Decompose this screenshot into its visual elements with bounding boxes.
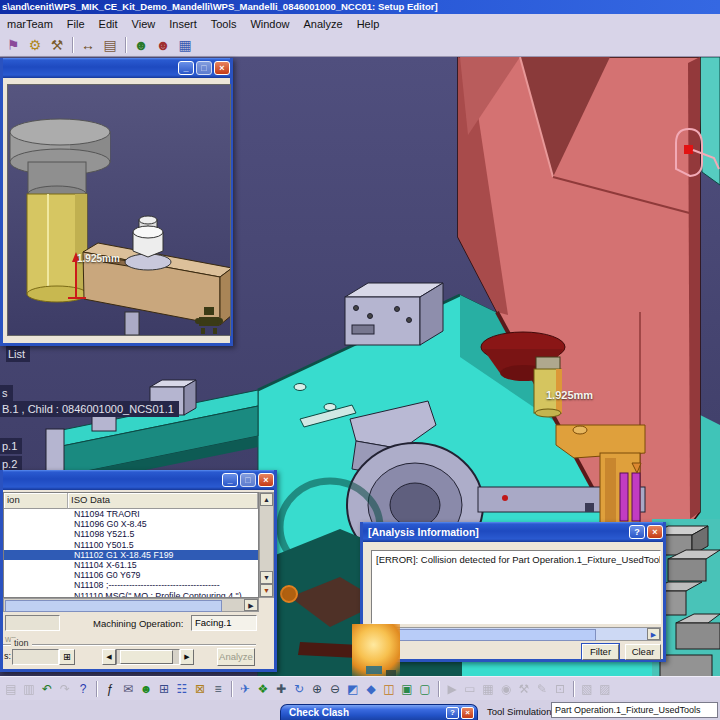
help-pointer-icon[interactable]: ?	[75, 680, 91, 698]
analysis-dialog-title-bar[interactable]: [Analysis Information] ? ×	[363, 522, 663, 542]
board-icon[interactable]: ▦	[175, 35, 195, 55]
scroll-down-icon[interactable]: ▼	[260, 571, 273, 584]
sim-screen-icon[interactable]: ▭	[462, 680, 478, 698]
sim-play-icon[interactable]: ▶	[444, 680, 460, 698]
redo-icon[interactable]: ↷	[57, 680, 73, 698]
sim-tools-icon[interactable]: ⚒	[516, 680, 532, 698]
iso-data-row[interactable]: N11104 X-61.15	[4, 560, 258, 570]
menu-tools[interactable]: Tools	[204, 15, 244, 33]
column-iso-data[interactable]: ISO Data	[68, 493, 258, 509]
iso-data-row[interactable]: N11110 MSG(" MO : Profile Contouring.4 "…	[4, 591, 258, 599]
sim-film-icon[interactable]: ▦	[480, 680, 496, 698]
pin-icon[interactable]: ⚑	[3, 35, 23, 55]
user-export-icon[interactable]: ☻	[131, 35, 151, 55]
filter-button[interactable]: Filter	[582, 644, 619, 660]
check-clash-dialog-title-bar[interactable]: Check Clash ? ×	[280, 704, 478, 720]
list-icon[interactable]: ≡	[210, 680, 226, 698]
copy-icon[interactable]: ▤	[3, 680, 19, 698]
title-bar[interactable]: s\and\cenit\WPS_MIK_CE_Kit_Demo_Mandelli…	[0, 0, 720, 14]
iso-dialog-title-bar[interactable]: _ □ ×	[3, 470, 274, 490]
close-icon[interactable]: ×	[214, 61, 230, 75]
scroll-left-icon[interactable]: ◀	[372, 628, 385, 640]
iso-data-row[interactable]: N11098 Y521.5	[4, 529, 258, 539]
preview-window-title-bar[interactable]: _ □ ×	[3, 58, 230, 78]
chat-icon[interactable]: ✉	[120, 680, 136, 698]
field-button[interactable]: ⊞	[59, 649, 75, 665]
machining-operation-value[interactable]: Facing.1	[191, 615, 257, 631]
zoom-in-icon[interactable]: ⊕	[309, 680, 325, 698]
scroll-up-icon[interactable]: ▲	[260, 493, 273, 506]
undo-icon[interactable]: ↶	[39, 680, 55, 698]
preview-3d-scene[interactable]	[8, 85, 230, 335]
maximize-button[interactable]: □	[196, 61, 212, 75]
gear-star-icon[interactable]: ⚙	[25, 35, 45, 55]
shading-icon[interactable]: ▣	[399, 680, 415, 698]
tree-item-child[interactable]: B.1 , Child : 0846001000_NCS01.1	[0, 401, 179, 417]
minimize-button[interactable]: _	[222, 473, 238, 487]
iso-data-row-selected[interactable]: N11102 G1 X-18.45 F199	[4, 550, 258, 560]
sim-record-icon[interactable]: ◉	[498, 680, 514, 698]
scrollbar-thumb[interactable]	[386, 629, 596, 641]
message-horizontal-scrollbar[interactable]: ◀ ▶	[371, 627, 661, 641]
function-icon[interactable]: ƒ	[102, 680, 118, 698]
scrollbar-thumb[interactable]	[5, 600, 222, 612]
iso-view-icon[interactable]: ◆	[363, 680, 379, 698]
menu-analyze[interactable]: Analyze	[297, 15, 350, 33]
horizontal-scrollbar[interactable]: ▶	[3, 598, 259, 612]
help-icon[interactable]: ?	[629, 525, 645, 539]
fly-icon[interactable]: ✈	[237, 680, 253, 698]
hierarchy-icon[interactable]: ☷	[174, 680, 190, 698]
vertical-scrollbar[interactable]: ▲ ▼ ▼	[259, 492, 274, 598]
value-field[interactable]	[12, 649, 59, 665]
iso-data-list[interactable]: ion ISO Data N11094 TRAORI N11096 G0 X-8…	[3, 492, 259, 598]
zoom-out-icon[interactable]: ⊖	[327, 680, 343, 698]
help-icon[interactable]: ?	[446, 707, 459, 719]
maximize-button[interactable]: □	[240, 473, 256, 487]
paste-icon[interactable]: ▥	[21, 680, 37, 698]
extra-icon-1[interactable]: ▧	[579, 680, 595, 698]
menu-insert[interactable]: Insert	[162, 15, 204, 33]
user-import-icon[interactable]: ☻	[153, 35, 173, 55]
close-icon[interactable]: ×	[461, 707, 474, 719]
menu-file[interactable]: File	[60, 15, 92, 33]
sim-grid-icon[interactable]: ⊡	[552, 680, 568, 698]
tool-simulation-field[interactable]: Part Operation.1_Fixture_UsedTools	[551, 702, 718, 718]
fit-all-icon[interactable]: ❖	[255, 680, 271, 698]
tree-item-s[interactable]: s	[0, 385, 13, 401]
menu-window[interactable]: Window	[243, 15, 296, 33]
sim-note-icon[interactable]: ✎	[534, 680, 550, 698]
scroll-down2-icon[interactable]: ▼	[260, 584, 273, 597]
menu-smarteam[interactable]: marTeam	[0, 15, 60, 33]
user-icon[interactable]: ☻	[138, 680, 154, 698]
rotate-icon[interactable]: ↻	[291, 680, 307, 698]
wireframe-icon[interactable]: ▢	[417, 680, 433, 698]
table-icon[interactable]: ⊞	[156, 680, 172, 698]
minimize-button[interactable]: _	[178, 61, 194, 75]
close-icon[interactable]: ×	[647, 525, 663, 539]
measure-icon[interactable]: ↔	[78, 35, 98, 55]
iso-data-row[interactable]: N11096 G0 X-8.45	[4, 519, 258, 529]
iso-data-row[interactable]: N11108 ;--------------------------------…	[4, 580, 258, 590]
tree-item-list[interactable]: List	[6, 346, 30, 362]
normal-view-icon[interactable]: ◩	[345, 680, 361, 698]
error-message-area[interactable]: [ERROR]: Collision detected for Part Ope…	[371, 550, 661, 624]
menu-view[interactable]: View	[125, 15, 163, 33]
tool-user-icon[interactable]: ⚒	[47, 35, 67, 55]
clear-button[interactable]: Clear	[625, 644, 661, 660]
close-icon[interactable]: ×	[258, 473, 274, 487]
tree-item-p1[interactable]: p.1	[0, 438, 22, 454]
menu-edit[interactable]: Edit	[92, 15, 125, 33]
scroll-right-icon[interactable]: ▶	[244, 599, 258, 611]
lock-icon[interactable]: ⊠	[192, 680, 208, 698]
slider-start-button[interactable]: ◀	[102, 649, 116, 665]
pan-icon[interactable]: ✚	[273, 680, 289, 698]
operation-field[interactable]	[5, 615, 60, 631]
render-style-icon[interactable]: ◫	[381, 680, 397, 698]
machine-icon[interactable]: ▤	[100, 35, 120, 55]
iso-data-row[interactable]: N11100 Y501.5	[4, 540, 258, 550]
menu-help[interactable]: Help	[350, 15, 387, 33]
scroll-right-icon[interactable]: ▶	[647, 628, 660, 640]
iso-data-row[interactable]: N11106 G0 Y679	[4, 570, 258, 580]
column-operation[interactable]: ion	[4, 493, 68, 509]
slider-thumb[interactable]	[120, 650, 173, 664]
